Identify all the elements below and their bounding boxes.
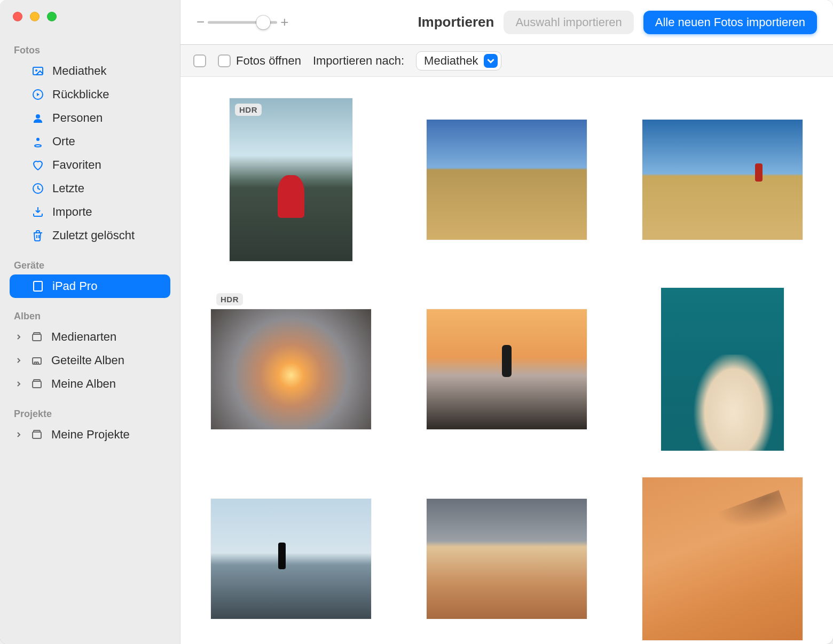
sidebar-item-places[interactable]: Orte — [10, 130, 170, 153]
toolbar-title: Importieren — [418, 14, 494, 30]
import-all-button[interactable]: Alle neuen Fotos importieren — [643, 11, 817, 34]
app-window: Fotos Mediathek Rückblicke — [0, 0, 833, 644]
sidebar-item-shared-albums[interactable]: Geteilte Alben — [10, 349, 170, 372]
svg-rect-9 — [34, 333, 40, 334]
photo-thumbnail[interactable] — [642, 98, 803, 261]
memories-icon — [31, 88, 45, 101]
main-content: − + Importieren Auswahl importieren Alle… — [180, 0, 833, 644]
svg-rect-14 — [34, 380, 40, 381]
photo-thumbnail[interactable]: HDR — [230, 98, 352, 261]
svg-point-3 — [36, 114, 40, 119]
photo-thumbnail[interactable] — [427, 98, 587, 261]
sidebar-item-recently-deleted[interactable]: Zuletzt gelöscht — [10, 224, 170, 247]
album-icon — [30, 377, 44, 391]
sidebar-item-media-types[interactable]: Medienarten — [10, 325, 170, 349]
sidebar-section-photos: Mediathek Rückblicke Personen — [0, 59, 180, 247]
svg-rect-7 — [34, 281, 42, 291]
zoom-in-button[interactable]: + — [280, 14, 288, 30]
window-minimize-button[interactable] — [30, 12, 40, 21]
photo-thumbnail[interactable] — [661, 288, 784, 451]
chevron-down-icon — [484, 54, 498, 68]
section-label-photos: Fotos — [0, 32, 180, 59]
window-close-button[interactable] — [13, 12, 22, 21]
photo-thumbnail[interactable] — [211, 477, 371, 640]
hdr-badge: HDR — [235, 104, 262, 116]
sidebar-item-label: Meine Alben — [51, 377, 116, 391]
people-icon — [31, 111, 45, 125]
chevron-right-icon[interactable] — [16, 334, 22, 340]
svg-point-4 — [36, 138, 40, 141]
svg-point-1 — [35, 69, 37, 72]
shared-album-icon — [30, 354, 44, 367]
svg-point-12 — [36, 362, 38, 364]
chevron-right-icon[interactable] — [16, 432, 22, 437]
svg-rect-13 — [33, 381, 41, 388]
sidebar-item-label: Importe — [52, 205, 92, 219]
sidebar-item-label: Geteilte Alben — [51, 354, 124, 367]
sidebar-item-favorites[interactable]: Favoriten — [10, 153, 170, 177]
import-destination-dropdown[interactable]: Mediathek — [416, 51, 501, 70]
sidebar-item-label: Medienarten — [51, 330, 116, 344]
zoom-control: − + — [197, 14, 288, 30]
import-to-label: Importieren nach: — [313, 54, 404, 68]
sidebar-item-my-projects[interactable]: Meine Projekte — [10, 423, 170, 446]
sidebar-item-label: Mediathek — [52, 64, 107, 78]
sidebar-item-label: iPad Pro — [52, 279, 97, 293]
open-photos-label: Fotos öffnen — [236, 54, 301, 68]
photo-thumbnail[interactable]: HDR — [211, 288, 371, 451]
svg-rect-16 — [34, 430, 40, 432]
sidebar-item-recents[interactable]: Letzte — [10, 177, 170, 200]
section-label-projects: Projekte — [0, 396, 180, 423]
clock-icon — [31, 182, 45, 195]
sidebar-section-devices: iPad Pro — [0, 274, 180, 298]
section-label-albums: Alben — [0, 298, 180, 325]
sidebar-item-label: Letzte — [52, 182, 84, 195]
sidebar-item-label: Orte — [52, 135, 75, 148]
sidebar: Fotos Mediathek Rückblicke — [0, 0, 180, 644]
svg-rect-8 — [33, 334, 41, 341]
folder-icon — [30, 330, 44, 344]
photo-thumbnail[interactable] — [427, 477, 587, 640]
svg-point-5 — [35, 145, 41, 147]
sidebar-item-people[interactable]: Personen — [10, 106, 170, 130]
library-icon — [31, 64, 45, 78]
sidebar-item-label: Rückblicke — [52, 88, 109, 101]
zoom-slider[interactable] — [208, 15, 277, 30]
trash-icon — [31, 229, 45, 242]
zoom-slider-thumb[interactable] — [256, 15, 270, 29]
sidebar-section-albums: Medienarten Geteilte Alben Meine Alben — [0, 325, 180, 396]
sidebar-item-imports[interactable]: Importe — [10, 200, 170, 224]
sidebar-item-label: Favoriten — [52, 158, 101, 172]
open-photos-checkbox[interactable] — [218, 54, 231, 67]
sidebar-item-label: Zuletzt gelöscht — [52, 229, 135, 242]
photo-thumbnail[interactable] — [427, 288, 587, 451]
photo-thumbnail[interactable] — [642, 477, 803, 640]
window-controls — [0, 12, 180, 32]
sidebar-item-my-albums[interactable]: Meine Alben — [10, 372, 170, 396]
open-photos-option[interactable]: Fotos öffnen — [218, 54, 301, 68]
import-options-bar: Fotos öffnen Importieren nach: Mediathek — [180, 45, 833, 77]
zoom-out-button[interactable]: − — [197, 14, 205, 30]
hdr-badge: HDR — [216, 293, 243, 305]
sidebar-item-library[interactable]: Mediathek — [10, 59, 170, 83]
chevron-right-icon[interactable] — [16, 358, 22, 363]
sidebar-section-projects: Meine Projekte — [0, 423, 180, 446]
chevron-right-icon[interactable] — [16, 381, 22, 387]
import-selection-button[interactable]: Auswahl importieren — [504, 11, 633, 34]
photo-grid: HDR HDR — [180, 77, 833, 644]
select-all-checkbox[interactable] — [193, 54, 206, 67]
window-fullscreen-button[interactable] — [47, 12, 57, 21]
toolbar: − + Importieren Auswahl importieren Alle… — [180, 0, 833, 45]
heart-icon — [31, 158, 45, 172]
section-label-devices: Geräte — [0, 247, 180, 274]
ipad-icon — [31, 279, 45, 293]
import-icon — [31, 205, 45, 219]
project-icon — [30, 428, 44, 442]
places-icon — [31, 135, 45, 148]
import-destination-value: Mediathek — [424, 54, 478, 68]
svg-rect-15 — [33, 432, 41, 438]
sidebar-item-memories[interactable]: Rückblicke — [10, 83, 170, 106]
sidebar-item-ipad-pro[interactable]: iPad Pro — [10, 274, 170, 298]
sidebar-item-label: Personen — [52, 111, 103, 125]
sidebar-item-label: Meine Projekte — [51, 428, 130, 442]
